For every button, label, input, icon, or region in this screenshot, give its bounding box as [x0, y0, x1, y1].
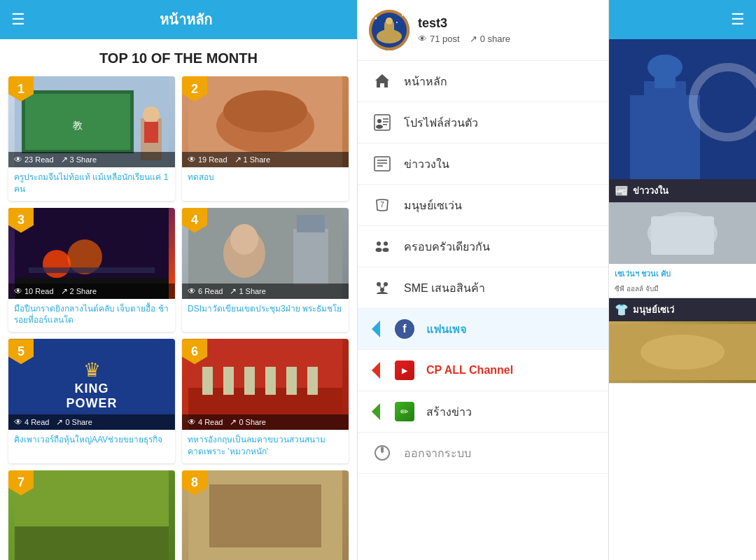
news-reads-2: 👁 19 Read: [188, 155, 227, 164]
news-card-3[interactable]: 3 👁 10 Read ↗ 2 Share มือปืนกราดยิงกลางไ…: [8, 208, 175, 332]
logout-icon: [372, 442, 393, 463]
news-icon: [372, 153, 393, 174]
news-card-2[interactable]: 2 👁 19 Read ↗ 1 Share ทดสอบ: [182, 76, 349, 201]
right-panels-container: 📰 ข่าววงใน เซเว่นฯ ชวนเ คับ ซีพี ออลล์ จ…: [609, 39, 756, 560]
sidebar-item-logout[interactable]: ออกจากระบบ: [358, 433, 608, 474]
right-news-img-1: [609, 202, 756, 264]
svg-point-43: [376, 125, 383, 129]
sidebar-item-home-label: หน้าหลัก: [404, 73, 447, 90]
svg-point-37: [386, 18, 393, 24]
sidebar-item-profile[interactable]: โปรไฟล์ส่วนตัว: [358, 102, 608, 144]
news-image-3: 3 👁 10 Read ↗ 2 Share: [8, 208, 175, 299]
sidebar-item-family[interactable]: ครอบครัวเดียวกัน: [358, 226, 608, 267]
hamburger-icon[interactable]: ☰: [11, 10, 25, 29]
news-card-6[interactable]: 6 👁 4 Read ↗ 0 Share ทหารอังกฤษเป็นลมคาข…: [182, 339, 349, 463]
svg-point-71: [640, 335, 724, 370]
right-header: ☰: [609, 0, 756, 39]
sidebar-item-facebook[interactable]: f แฟนเพจ: [358, 309, 608, 350]
eye-icon-1: 👁: [14, 155, 22, 164]
svg-point-55: [383, 248, 389, 252]
sidebar-item-sme[interactable]: SME เสนอสินค้า: [358, 267, 608, 309]
news-reads-4: 👁 6 Read: [188, 286, 223, 296]
eye-icon-6: 👁: [188, 417, 196, 427]
svg-rect-60: [381, 447, 384, 453]
profile-info: test3 👁 71 post ↗ 0 share: [418, 16, 510, 44]
create-icon: ✏: [395, 402, 414, 421]
create-icon-wrapper: ✏: [394, 401, 415, 422]
sidebar-item-facebook-label: แฟนเพจ: [426, 321, 466, 338]
share-icon-2: ↗: [234, 155, 241, 164]
sidebar-item-profile-label: โปรไฟล์ส่วนตัว: [404, 114, 478, 132]
svg-rect-27: [307, 367, 318, 395]
share-icon-profile: ↗: [470, 34, 477, 44]
svg-point-53: [376, 248, 382, 252]
svg-point-42: [377, 119, 382, 123]
king-power-text: KING: [75, 382, 109, 396]
sidebar-item-seven[interactable]: 7 มนุษย์เซเว่น: [358, 185, 608, 226]
news-shares-2: ↗ 1 Share: [234, 155, 270, 164]
left-panel: ☰ หน้าหลัก TOP 10 OF THE MONTH 教: [0, 0, 357, 560]
news-reads-6: 👁 4 Read: [188, 417, 223, 427]
svg-rect-22: [202, 367, 213, 395]
right-news-caption-1: เซเว่นฯ ชวนเ คับ: [609, 264, 756, 284]
profile-avatar: [369, 10, 410, 50]
news-card-4[interactable]: 4 👁 6 Read ↗ 1 Share DSIมาวัดเขียนเขตประ…: [182, 208, 349, 332]
sidebar-item-sme-label: SME เสนอสินค้า: [404, 279, 485, 297]
sme-icon: [372, 277, 393, 298]
news-grid: 教 1 👁 23 Read ↗: [8, 76, 349, 560]
svg-rect-24: [244, 367, 255, 395]
eye-icon-3: 👁: [14, 286, 22, 296]
news-caption-1: ครูประถมจีนไม่ท้อแท้ แม้เหลือนักเรียนแค่…: [8, 167, 175, 201]
sidebar-item-create[interactable]: ✏ สร้างข่าว: [358, 391, 608, 433]
right-news-tag-label-1: ข่าววงใน: [633, 183, 668, 198]
svg-rect-23: [223, 367, 234, 395]
sidebar-item-family-label: ครอบครัวเดียวกัน: [404, 238, 490, 255]
news-shares-3: ↗ 2 Share: [61, 286, 97, 296]
eye-icon-profile: 👁: [418, 34, 427, 44]
news-stats-2: 👁 19 Read ↗ 1 Share: [182, 152, 349, 167]
news-reads-1: 👁 23 Read: [14, 155, 54, 164]
left-content: TOP 10 OF THE MONTH 教: [0, 39, 357, 560]
right-news-icon-1: 📰: [615, 184, 629, 197]
right-panel: ☰ 📰 ข่าววงใน: [609, 0, 756, 560]
cpall-icon-wrapper: ▶: [394, 360, 415, 381]
share-icon-6: ↗: [230, 417, 237, 427]
facebook-icon: f: [394, 318, 415, 340]
cpall-icon: ▶: [395, 360, 414, 380]
svg-rect-18: [293, 229, 328, 285]
sidebar-item-news[interactable]: ข่าววงใน: [358, 144, 608, 185]
svg-rect-26: [286, 367, 297, 395]
svg-rect-14: [29, 267, 155, 273]
profile-shares-count: 0 share: [480, 34, 510, 44]
svg-text:7: 7: [380, 201, 384, 209]
share-icon-1: ↗: [61, 155, 68, 164]
top10-heading: TOP 10 OF THE MONTH: [8, 50, 349, 66]
right-section-bg: [609, 39, 756, 179]
left-title: หน้าหลัก: [25, 8, 346, 31]
svg-point-65: [648, 55, 682, 80]
eye-icon-4: 👁: [188, 286, 196, 296]
news-image-5: ♛ KING POWER 5 👁 4 Read ↗ 0 Share: [8, 339, 175, 430]
right-news-item-1[interactable]: 📰 ข่าววงใน เซเว่นฯ ชวนเ คับ ซีพี ออลล์ จ…: [609, 179, 756, 298]
news-caption-4: DSIมาวัดเขียนเขตประชุม3ฝ่าย พระธัมชโย: [182, 299, 349, 321]
news-caption-6: ทหารอังกฤษเป็นลมคาขบวนสวนสนาม คาดเพราะ '…: [182, 430, 349, 463]
news-image-4: 4 👁 6 Read ↗ 1 Share: [182, 208, 349, 299]
sidebar-item-logout-label: ออกจากระบบ: [404, 444, 471, 462]
news-caption-2: ทดสอบ: [182, 167, 349, 189]
right-hamburger-icon[interactable]: ☰: [731, 10, 745, 29]
news-card-7[interactable]: 7: [8, 470, 175, 560]
eye-icon-2: 👁: [188, 155, 196, 164]
svg-rect-19: [297, 215, 325, 232]
news-card-1[interactable]: 教 1 👁 23 Read ↗: [8, 76, 175, 201]
svg-point-54: [384, 241, 388, 246]
svg-rect-31: [209, 484, 321, 547]
sidebar-item-home[interactable]: หน้าหลัก: [358, 61, 608, 102]
share-icon-3: ↗: [61, 286, 68, 296]
right-news-item-2[interactable]: 👕 มนุษย์เซเว่: [609, 298, 756, 384]
svg-rect-29: [15, 526, 169, 560]
news-card-5[interactable]: ♛ KING POWER 5 👁 4 Read ↗ 0 Share: [8, 339, 175, 463]
news-card-8[interactable]: 8: [182, 470, 349, 560]
sidebar-item-seven-label: มนุษย์เซเว่น: [404, 197, 462, 214]
cpall-indicator: [372, 362, 380, 379]
sidebar-item-cpall[interactable]: ▶ CP ALL Channel: [358, 350, 608, 391]
